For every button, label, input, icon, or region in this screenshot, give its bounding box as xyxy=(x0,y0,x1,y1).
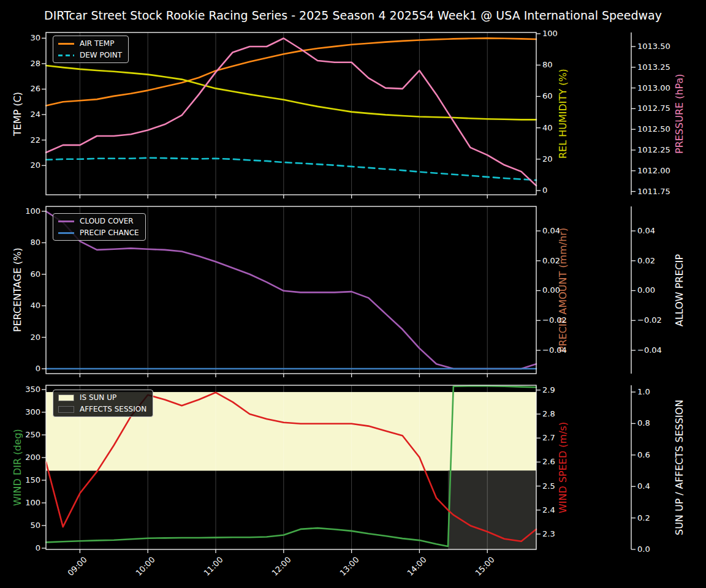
legend-item-air-temp: AIR TEMP xyxy=(58,39,122,48)
wind-speed-axis-label: WIND SPEED (m/s) xyxy=(555,385,570,549)
y-tick-label: 24 xyxy=(0,109,40,120)
y-tick-label: 2.8 xyxy=(542,409,555,420)
y-tick-label: 0.6 xyxy=(637,450,650,461)
y-tick-label: 0.04 xyxy=(637,225,655,236)
y-tick-label: 1013.00 xyxy=(637,83,670,94)
y-tick-label: −0.04 xyxy=(542,345,567,356)
cloud-chart-legend: CLOUD COVER PRECIP CHANCE xyxy=(53,213,146,241)
y-tick-label: 1013.25 xyxy=(637,62,670,73)
affects-session-band xyxy=(448,471,536,549)
y-tick-label: 0 xyxy=(0,363,40,374)
y-tick-label: 1012.25 xyxy=(637,145,670,156)
y-tick-label: 300 xyxy=(0,407,40,418)
sun-up-axis-label: SUN UP / AFFECTS SESSION xyxy=(672,385,686,549)
charts-canvas xyxy=(0,0,706,588)
y-tick-label: 40 xyxy=(0,300,40,311)
affects-session-patch-swatch xyxy=(58,406,74,413)
legend-label: AFFECTS SESSION xyxy=(80,405,146,413)
wind-chart-legend: IS SUN UP AFFECTS SESSION xyxy=(53,390,153,417)
legend-item-is-sun-up: IS SUN UP xyxy=(58,393,146,402)
legend-label: PRECIP CHANCE xyxy=(80,228,139,237)
precip-chance-line-swatch xyxy=(58,232,74,234)
y-tick-label: 100 xyxy=(0,206,40,217)
air-temp-line-swatch xyxy=(58,43,74,45)
y-tick-label: 30 xyxy=(0,32,40,43)
sun-up-patch-swatch xyxy=(58,394,74,401)
dew-point-dashed-line-swatch xyxy=(58,55,74,56)
y-tick-label: 0.0 xyxy=(637,544,650,555)
temp-chart-legend: AIR TEMP DEW POINT xyxy=(53,36,129,63)
allow-precip-axis-label: ALLOW PRECIP xyxy=(672,206,686,374)
temperature-humidity-pressure-plot xyxy=(42,32,636,198)
legend-item-cloud-cover: CLOUD COVER xyxy=(58,217,139,225)
y-tick-label: 22 xyxy=(0,135,40,146)
y-tick-label: 20 xyxy=(0,332,40,343)
y-tick-label: 2.5 xyxy=(542,481,555,492)
y-tick-label: 350 xyxy=(0,384,40,395)
legend-label: AIR TEMP xyxy=(80,39,114,48)
y-tick-label: 20 xyxy=(542,154,553,165)
legend-item-precip-chance: PRECIP CHANCE xyxy=(58,228,139,237)
pressure-axis-label: PRESSURE (hPa) xyxy=(672,32,686,195)
cloud-cover-line-swatch xyxy=(58,221,74,222)
y-tick-label: 1012.00 xyxy=(637,165,670,176)
legend-label: DEW POINT xyxy=(80,51,122,59)
y-tick-label: 0.00 xyxy=(637,285,655,296)
y-tick-label: 28 xyxy=(0,58,40,69)
y-tick-label: 0 xyxy=(542,185,547,196)
y-tick-label: 1012.50 xyxy=(637,124,670,135)
y-tick-label: 1012.75 xyxy=(637,103,670,114)
y-tick-label: 150 xyxy=(0,475,40,486)
y-tick-label: −0.04 xyxy=(637,345,662,356)
y-tick-label: −0.02 xyxy=(542,315,567,326)
y-tick-label: 20 xyxy=(0,160,40,171)
legend-item-affects-session: AFFECTS SESSION xyxy=(58,405,146,413)
y-tick-label: 26 xyxy=(0,83,40,94)
y-tick-label: 80 xyxy=(542,59,553,70)
y-tick-label: 2.9 xyxy=(542,385,555,396)
y-tick-label: −0.02 xyxy=(637,315,662,326)
legend-label: IS SUN UP xyxy=(80,393,116,402)
legend-label: CLOUD COVER xyxy=(80,217,134,225)
percentage-axis-label: PERCENTAGE (%) xyxy=(10,206,25,374)
y-tick-label: 100 xyxy=(542,28,558,39)
weather-forecast-figure: DIRTcar Street Stock Rookie Racing Serie… xyxy=(0,0,706,588)
y-tick-label: 2.3 xyxy=(542,529,555,540)
y-tick-label: 2.7 xyxy=(542,432,555,443)
y-tick-label: 40 xyxy=(542,123,553,134)
y-tick-label: 80 xyxy=(0,237,40,248)
y-tick-label: 200 xyxy=(0,452,40,463)
y-tick-label: 0.8 xyxy=(637,418,650,429)
y-tick-label: 50 xyxy=(0,520,40,531)
y-tick-label: 2.4 xyxy=(542,505,555,516)
y-tick-label: 0.4 xyxy=(637,481,650,492)
y-tick-label: 60 xyxy=(0,269,40,280)
legend-item-dew-point: DEW POINT xyxy=(58,51,122,59)
y-tick-label: 60 xyxy=(542,91,553,102)
y-tick-label: 0 xyxy=(0,543,40,554)
y-tick-label: 100 xyxy=(0,497,40,508)
y-tick-label: 0.00 xyxy=(542,285,560,296)
y-tick-label: 1013.50 xyxy=(637,41,670,52)
y-tick-label: 1011.75 xyxy=(637,186,670,197)
y-tick-label: 0.04 xyxy=(542,225,560,236)
y-tick-label: 1.0 xyxy=(637,386,650,398)
rel-humidity-axis-label: REL HUMIDITY (%) xyxy=(555,32,570,195)
y-tick-label: 2.6 xyxy=(542,456,555,467)
y-tick-label: 0.02 xyxy=(542,255,560,266)
y-tick-label: 250 xyxy=(0,429,40,440)
y-tick-label: 0.02 xyxy=(637,255,655,266)
y-tick-label: 0.2 xyxy=(637,513,650,524)
